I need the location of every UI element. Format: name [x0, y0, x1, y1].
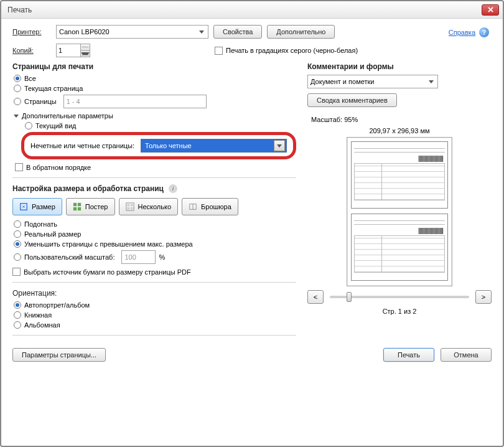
page-setup-button[interactable]: Параметры страницы...	[12, 348, 106, 362]
scale-label: Масштаб: 95%	[311, 116, 492, 123]
more-options-toggle[interactable]: Дополнительные параметры	[14, 112, 296, 120]
radio-custom[interactable]: Пользовательский масштаб: 100 %	[14, 250, 296, 264]
page-info: Стр. 1 из 2	[307, 308, 492, 315]
window-title: Печать	[5, 6, 482, 14]
odd-even-highlight: Нечетные или четные страницы: Только чет…	[21, 132, 296, 159]
svg-rect-7	[130, 204, 133, 207]
size-icon	[19, 202, 28, 211]
help-icon[interactable]: ?	[479, 27, 489, 37]
reverse-checkbox[interactable]: В обратном порядке	[15, 163, 296, 171]
odd-even-select[interactable]: Только четные	[141, 139, 287, 153]
advanced-button[interactable]: Дополнительно	[267, 25, 335, 39]
preview-slider[interactable]	[330, 296, 469, 298]
sizing-section-title: Настройка размера и обработка страниц	[12, 184, 164, 193]
pages-section-title: Страницы для печати	[12, 62, 296, 71]
properties-button[interactable]: Свойства	[213, 25, 262, 39]
orientation-label: Ориентация:	[12, 289, 296, 298]
radio-pages[interactable]: Страницы 1 - 4	[14, 95, 296, 108]
chevron-down-icon	[14, 115, 19, 118]
print-preview	[347, 137, 452, 286]
svg-rect-2	[78, 203, 81, 206]
svg-rect-8	[127, 207, 129, 210]
custom-scale-input[interactable]: 100	[121, 250, 156, 264]
radio-portrait[interactable]: Книжная	[14, 311, 296, 319]
radio-actual[interactable]: Реальный размер	[14, 230, 296, 238]
poster-icon	[73, 202, 82, 211]
svg-rect-4	[78, 207, 81, 210]
multiple-tab[interactable]: Несколько	[119, 198, 179, 215]
grayscale-checkbox[interactable]: Печать в градациях серого (черно-белая)	[215, 47, 358, 55]
radio-landscape[interactable]: Альбомная	[14, 321, 296, 329]
svg-rect-1	[73, 203, 77, 206]
radio-current[interactable]: Текущая страница	[14, 85, 296, 92]
titlebar: Печать	[1, 1, 503, 19]
comments-section-title: Комментарии и формы	[307, 62, 492, 71]
dimensions-label: 209,97 x 296,93 мм	[307, 127, 492, 134]
choose-source-checkbox[interactable]: Выбрать источник бумаги по размеру стран…	[12, 268, 296, 276]
radio-current-view[interactable]: Текущий вид	[25, 122, 296, 129]
spinner-down[interactable]	[81, 51, 90, 57]
multiple-icon	[126, 202, 134, 211]
copies-spinner[interactable]	[56, 44, 90, 57]
print-button[interactable]: Печать	[383, 348, 434, 362]
svg-rect-9	[130, 207, 133, 210]
chevron-down-icon	[199, 31, 204, 34]
cancel-button[interactable]: Отмена	[441, 348, 492, 362]
svg-rect-6	[127, 204, 129, 207]
svg-rect-3	[73, 207, 77, 210]
comments-summary-button[interactable]: Сводка комментариев	[307, 93, 397, 107]
printer-select[interactable]: Canon LBP6020	[56, 25, 208, 39]
booklet-icon	[189, 202, 197, 211]
help-link[interactable]: Справка	[449, 29, 475, 36]
size-tab[interactable]: Размер	[12, 198, 62, 215]
preview-next-button[interactable]: >	[475, 290, 492, 304]
booklet-tab[interactable]: Брошюра	[182, 198, 238, 215]
close-icon	[488, 7, 493, 12]
pages-range-input[interactable]: 1 - 4	[63, 95, 207, 108]
spinner-up[interactable]	[81, 44, 90, 51]
info-icon[interactable]: i	[169, 184, 177, 193]
poster-tab[interactable]: Постер	[66, 198, 115, 215]
copies-input[interactable]	[57, 44, 80, 57]
copies-label: Копий:	[12, 47, 51, 54]
print-dialog: Печать Справка ? Принтер: Canon LBP6020 …	[0, 0, 504, 447]
odd-even-label: Нечетные или четные страницы:	[30, 142, 134, 149]
preview-prev-button[interactable]: <	[307, 290, 324, 304]
radio-all[interactable]: Все	[14, 75, 296, 82]
radio-auto-orient[interactable]: Автопортрет/альбом	[14, 301, 296, 309]
comments-select[interactable]: Документ и пометки	[307, 75, 438, 88]
close-button[interactable]	[482, 4, 499, 16]
printer-label: Принтер:	[12, 28, 51, 35]
radio-shrink[interactable]: Уменьшить страницы с превышением макс. р…	[14, 240, 296, 248]
radio-fit[interactable]: Подогнать	[14, 220, 296, 228]
